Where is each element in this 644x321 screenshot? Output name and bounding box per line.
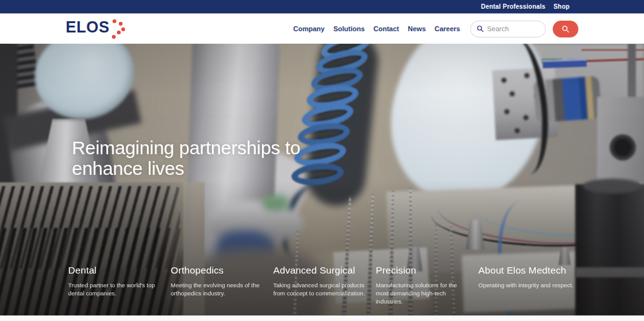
utility-bar: Dental Professionals Shop bbox=[0, 0, 644, 14]
hero-nav-advanced-surgical[interactable]: Advanced Surgical Taking advanced surgic… bbox=[273, 265, 376, 305]
search-submit-button[interactable] bbox=[553, 21, 578, 37]
search-field bbox=[470, 21, 546, 37]
search-icon bbox=[561, 25, 570, 33]
logo-dots-icon bbox=[111, 18, 126, 38]
hero-nav-title: Precision bbox=[376, 265, 478, 276]
hero-nav-title: Dental bbox=[68, 265, 171, 276]
hero-nav-precision[interactable]: Precision Manufacturing solutions for th… bbox=[376, 265, 478, 305]
main-navbar: ELOS Company Solutions Contact News Care… bbox=[0, 14, 644, 44]
photo-detail bbox=[575, 184, 644, 315]
hero-section: Reimagining partnerships to enhance live… bbox=[0, 44, 644, 315]
nav-link-contact[interactable]: Contact bbox=[373, 25, 399, 32]
logo[interactable]: ELOS bbox=[66, 19, 126, 38]
hero-nav-title: About Elos Medtech bbox=[478, 265, 581, 276]
hero-nav-description: Taking advanced surgical products from c… bbox=[273, 281, 367, 297]
hero-nav-description: Operating with integrity and respect. bbox=[478, 281, 585, 289]
nav-links: Company Solutions Contact News Careers bbox=[293, 21, 578, 37]
search-input[interactable] bbox=[487, 25, 540, 32]
photo-detail bbox=[583, 179, 642, 194]
shop-link[interactable]: Shop bbox=[553, 3, 570, 10]
hero-nav-title: Advanced Surgical bbox=[273, 265, 376, 276]
search-icon bbox=[476, 25, 484, 32]
hero-nav-about[interactable]: About Elos Medtech Operating with integr… bbox=[478, 265, 581, 305]
nav-link-solutions[interactable]: Solutions bbox=[333, 25, 365, 32]
hero-nav-orthopedics[interactable]: Orthopedics Meeting the evolving needs o… bbox=[171, 265, 273, 305]
photo-detail bbox=[575, 267, 644, 277]
hero-nav-description: Trusted partner to the world's top denta… bbox=[68, 281, 162, 297]
dental-professionals-link[interactable]: Dental Professionals bbox=[481, 3, 545, 10]
hero-nav-dental[interactable]: Dental Trusted partner to the world's to… bbox=[68, 265, 171, 305]
nav-link-careers[interactable]: Careers bbox=[435, 25, 460, 32]
photo-detail bbox=[543, 59, 586, 68]
hero-heading: Reimagining partnerships to enhance live… bbox=[72, 137, 309, 179]
logo-text: ELOS bbox=[66, 19, 109, 35]
hero-nav-title: Orthopedics bbox=[171, 265, 273, 276]
hero-nav-description: Manufacturing solutions for the most dem… bbox=[376, 281, 470, 305]
nav-link-company[interactable]: Company bbox=[293, 25, 325, 32]
nav-link-news[interactable]: News bbox=[408, 25, 426, 32]
footer-strip bbox=[0, 315, 644, 321]
hero-nav-description: Meeting the evolving needs of the orthop… bbox=[171, 281, 264, 297]
hero-section-nav: Dental Trusted partner to the world's to… bbox=[68, 265, 581, 305]
photo-detail bbox=[263, 195, 289, 211]
